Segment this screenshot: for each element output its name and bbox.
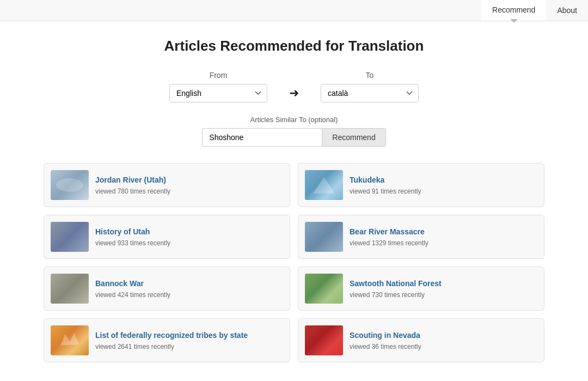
article-views: viewed 2641 times recently xyxy=(95,343,283,350)
to-select[interactable]: català French German Spanish Japanese xyxy=(321,84,419,102)
article-info: Bear River Massacre viewed 1329 times re… xyxy=(350,227,537,246)
article-thumbnail xyxy=(51,170,89,200)
article-info: History of Utah viewed 933 times recentl… xyxy=(95,227,283,246)
similar-input[interactable] xyxy=(202,128,322,147)
article-card[interactable]: Bannock War viewed 424 times recently xyxy=(44,267,290,311)
article-info: List of federally recognized tribes by s… xyxy=(95,330,283,350)
article-card[interactable]: Scouting in Nevada viewed 36 times recen… xyxy=(298,318,544,362)
article-views: viewed 730 times recently xyxy=(350,291,537,299)
article-card[interactable]: Jordan River (Utah) viewed 780 times rec… xyxy=(44,163,290,207)
article-title: Bear River Massacre xyxy=(350,227,537,237)
article-views: viewed 36 times recently xyxy=(350,343,537,350)
article-card[interactable]: Bear River Massacre viewed 1329 times re… xyxy=(298,215,544,259)
article-info: Sawtooth National Forest viewed 730 time… xyxy=(350,279,537,298)
article-info: Scouting in Nevada viewed 36 times recen… xyxy=(350,330,537,350)
article-title: Jordan River (Utah) xyxy=(95,175,283,185)
page-title: Articles Recommended for Translation xyxy=(44,38,544,55)
from-select[interactable]: English French German Spanish xyxy=(169,84,267,102)
article-views: viewed 91 times recently xyxy=(350,188,537,195)
article-thumbnail xyxy=(305,274,343,304)
article-title: History of Utah xyxy=(95,227,283,237)
article-title: Scouting in Nevada xyxy=(350,330,537,340)
about-nav-button[interactable]: About xyxy=(546,0,588,21)
from-label: From xyxy=(210,71,228,80)
to-label: To xyxy=(366,71,374,80)
article-views: viewed 933 times recently xyxy=(95,239,283,247)
article-card[interactable]: List of federally recognized tribes by s… xyxy=(44,318,290,362)
article-info: Bannock War viewed 424 times recently xyxy=(95,279,283,298)
article-views: viewed 780 times recently xyxy=(95,188,283,195)
from-group: From English French German Spanish xyxy=(169,71,267,102)
language-row: From English French German Spanish ➜ To … xyxy=(44,71,544,102)
article-thumbnail xyxy=(305,325,343,355)
article-info: Jordan River (Utah) viewed 780 times rec… xyxy=(95,175,283,195)
article-thumbnail xyxy=(305,170,343,200)
similar-input-row: Recommend xyxy=(202,128,385,147)
article-thumbnail xyxy=(51,325,89,355)
article-title: Sawtooth National Forest xyxy=(350,279,537,288)
article-card[interactable]: History of Utah viewed 933 times recentl… xyxy=(44,215,290,259)
arrow-icon: ➜ xyxy=(289,86,299,100)
recommend-nav-button[interactable]: Recommend xyxy=(481,0,546,21)
articles-grid: Jordan River (Utah) viewed 780 times rec… xyxy=(44,163,544,362)
article-card[interactable]: Tukudeka viewed 91 times recently xyxy=(298,163,544,207)
article-title: Bannock War xyxy=(95,279,283,288)
top-nav: Recommend About xyxy=(0,0,588,21)
article-card[interactable]: Sawtooth National Forest viewed 730 time… xyxy=(298,267,544,311)
article-views: viewed 424 times recently xyxy=(95,291,283,299)
article-info: Tukudeka viewed 91 times recently xyxy=(350,175,537,195)
article-views: viewed 1329 times recently xyxy=(350,239,537,247)
article-thumbnail xyxy=(51,274,89,304)
to-group: To català French German Spanish Japanese xyxy=(321,71,419,102)
recommend-button[interactable]: Recommend xyxy=(322,128,385,147)
article-thumbnail xyxy=(51,222,89,252)
article-title: List of federally recognized tribes by s… xyxy=(95,330,283,340)
similar-label: Articles Similar To (optional) xyxy=(250,116,338,124)
article-title: Tukudeka xyxy=(350,175,537,185)
article-thumbnail xyxy=(305,222,343,252)
similar-row: Articles Similar To (optional) Recommend xyxy=(44,116,544,147)
main-content: Articles Recommended for Translation Fro… xyxy=(33,21,555,379)
